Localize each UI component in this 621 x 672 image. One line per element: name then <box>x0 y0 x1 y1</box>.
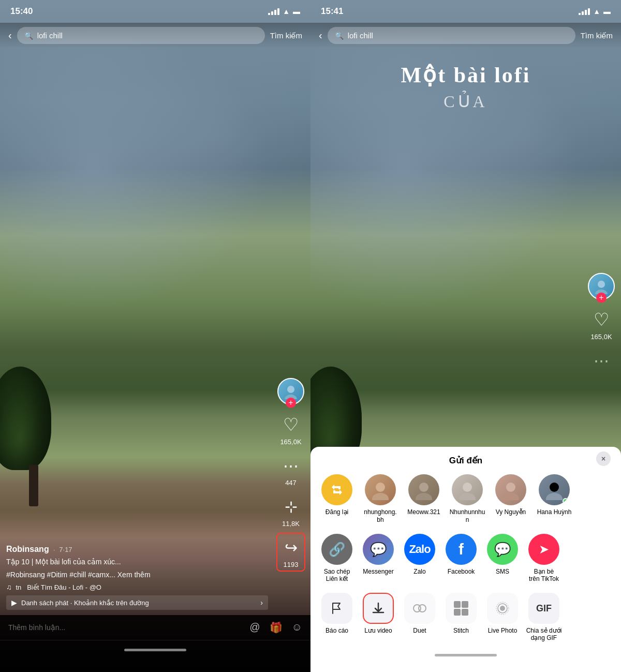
online-indicator <box>563 498 569 504</box>
status-bar-right: 15:41 ▲ ▬ <box>310 0 621 23</box>
app-item-zalo[interactable]: Zalo Zalo <box>402 534 438 582</box>
live-photo-icon <box>495 601 510 616</box>
app-item-sms[interactable]: 💬 SMS <box>484 534 521 582</box>
back-button-left[interactable]: ‹ <box>8 30 12 41</box>
svg-point-7 <box>416 493 432 500</box>
comment-button-right[interactable]: ⋯ <box>590 349 613 372</box>
download-icon <box>371 601 386 616</box>
friend-item-3[interactable]: Nhunhunnhun <box>449 474 485 523</box>
svg-point-16 <box>500 606 505 611</box>
sms-label: SMS <box>496 568 509 575</box>
repost-icon <box>321 474 352 505</box>
music-text-left: tn Biết Tìm Đâu - Lofi - @O <box>16 583 101 591</box>
like-button-left[interactable]: ♡ 165,0K <box>279 413 302 446</box>
right-phone: 15:41 ▲ ▬ ‹ 🔍 lofi chill Tìm kiếm Một bà… <box>310 0 621 672</box>
search-input-right[interactable]: 🔍 lofi chill <box>328 27 575 44</box>
facebook-icon: f <box>446 534 477 565</box>
svg-point-5 <box>372 493 389 500</box>
comment-icon-right: ⋯ <box>594 352 609 370</box>
status-icons-right: ▲ ▬ <box>579 7 611 16</box>
friend-item-4[interactable]: Vy Nguyễn <box>493 474 529 523</box>
comment-button-left[interactable]: ⋯ 447 <box>279 454 302 487</box>
gift-icon-left[interactable]: 🎁 <box>270 621 283 634</box>
duet-icon-wrap <box>404 593 435 624</box>
comments-count-left: 447 <box>285 479 297 487</box>
action-item-gif[interactable]: GIF Chia sẻ dướidạng GIF <box>526 593 562 641</box>
avatar-left[interactable]: + <box>277 378 304 405</box>
comment-input-left[interactable]: Thêm bình luận... <box>8 623 244 632</box>
back-button-right[interactable]: ‹ <box>319 30 322 41</box>
search-button-right[interactable]: Tìm kiếm <box>581 31 613 40</box>
friend-name-3: Nhunhunnhun <box>450 508 485 523</box>
avatar-right[interactable]: + <box>588 273 615 300</box>
follow-plus-right[interactable]: + <box>596 293 607 303</box>
home-indicator-wrap-right <box>310 646 621 656</box>
friend-img-1 <box>370 479 391 500</box>
share-button-left[interactable]: ↪ 1193 <box>279 536 302 568</box>
svg-point-13 <box>546 493 563 500</box>
friend-name-1: nhunghong.bh <box>364 508 396 523</box>
friend-img-2 <box>413 479 434 500</box>
follow-plus-left[interactable]: + <box>286 398 296 408</box>
username-left: Robinsang <box>6 545 49 554</box>
svg-point-11 <box>502 493 519 500</box>
action-item-save-video[interactable]: Lưu video <box>360 593 396 641</box>
playlist-text-left: Danh sách phát · Khoảnh khắc trên đường <box>21 599 256 607</box>
mention-icon-left[interactable]: @ <box>249 621 260 634</box>
search-bar-right: ‹ 🔍 lofi chill Tìm kiếm <box>310 23 621 48</box>
music-row-left[interactable]: ♫ tn Biết Tìm Đâu - Lofi - @O <box>6 583 268 591</box>
friend-item-2[interactable]: Meoww.321 <box>406 474 442 523</box>
svg-point-0 <box>287 386 294 393</box>
avatar-image-left <box>283 384 299 399</box>
friend-img-3 <box>457 479 478 500</box>
messenger-label: Messenger <box>363 568 393 575</box>
like-button-right[interactable]: ♡ 165,0K <box>590 308 613 341</box>
friend-item-1[interactable]: nhunghong.bh <box>362 474 398 523</box>
search-icon-left: 🔍 <box>24 32 33 40</box>
likes-count-right: 165,0K <box>590 333 612 341</box>
app-item-copy-link[interactable]: 🔗 Sao chépLiên kết <box>319 534 355 582</box>
heart-icon-right: ♡ <box>594 309 609 330</box>
bookmark-button-left[interactable]: ⊹ 11,8K <box>279 495 302 528</box>
signal-bars-icon-right <box>579 8 590 15</box>
left-phone: 15:40 ▲ ▬ ‹ 🔍 lofi chill Tìm kiếm <box>0 0 310 672</box>
username-row-left: Robinsang · 7·17 <box>6 545 268 554</box>
likes-count-left: 165,0K <box>280 438 301 446</box>
action-item-report[interactable]: Báo cáo <box>319 593 355 641</box>
facebook-label: Facebook <box>448 568 475 575</box>
battery-icon: ▬ <box>293 7 300 16</box>
close-icon: × <box>601 455 605 463</box>
home-indicator-left <box>124 649 186 651</box>
friend-item-5[interactable]: Hana Huỳnh <box>536 474 572 523</box>
stitch-icon-wrap <box>446 593 477 624</box>
app-item-messenger[interactable]: 💬 Messenger <box>360 534 396 582</box>
playlist-row-left[interactable]: ▶ Danh sách phát · Khoảnh khắc trên đườn… <box>6 595 268 610</box>
svg-point-10 <box>506 483 515 492</box>
svg-point-12 <box>550 483 559 492</box>
zalo-label: Zalo <box>413 568 425 575</box>
search-icon-right: 🔍 <box>335 32 344 40</box>
video-subtitle: CỦA <box>321 92 611 111</box>
comment-input-row-left: Thêm bình luận... @ 🎁 ☺ <box>0 615 310 640</box>
save-video-icon-wrap <box>363 593 394 624</box>
repost-label: Đăng lại <box>326 508 348 516</box>
live-photo-icon-wrap <box>487 593 518 624</box>
live-photo-label: Live Photo <box>488 627 518 634</box>
search-button-left[interactable]: Tìm kiếm <box>270 31 302 40</box>
emoji-icon-left[interactable]: ☺ <box>292 621 302 634</box>
search-query-right: lofi chill <box>348 31 373 40</box>
duet-icon <box>412 601 427 616</box>
home-indicator-right <box>435 654 497 656</box>
share-sheet-close-button[interactable]: × <box>596 451 611 466</box>
app-item-tiktok-friends[interactable]: ➤ Bạn bètrên TikTok <box>526 534 562 582</box>
search-input-left[interactable]: 🔍 lofi chill <box>17 27 265 44</box>
action-item-duet: Duet <box>402 593 438 641</box>
status-time-left: 15:40 <box>10 6 33 17</box>
signal-bars-icon <box>268 8 279 15</box>
friends-row: Đăng lại nhunghong.bh <box>310 470 621 532</box>
app-item-facebook[interactable]: f Facebook <box>443 534 479 582</box>
friend-item-repost[interactable]: Đăng lại <box>319 474 355 523</box>
stitch-icon <box>454 601 468 616</box>
comment-icon-left: ⋯ <box>283 457 299 475</box>
bookmark-icon-left: ⊹ <box>285 498 298 516</box>
